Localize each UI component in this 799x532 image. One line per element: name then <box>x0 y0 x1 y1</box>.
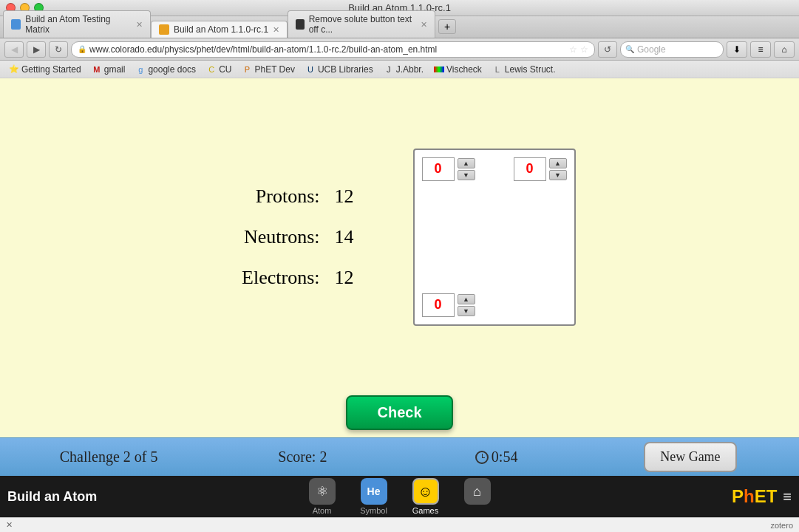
new-game-button[interactable]: New Game <box>644 442 736 472</box>
symbol-nav-icon: He <box>361 478 387 505</box>
status-bar: Challenge 2 of 5 Score: 2 0:54 New Game <box>0 437 799 476</box>
score-label: Score: 2 <box>278 449 327 466</box>
refresh-button[interactable]: ↻ <box>49 41 68 58</box>
home-nav-icon: ⌂ <box>464 478 491 505</box>
tab-favicon-1 <box>11 19 21 30</box>
bookmark-lewis-struct[interactable]: L Lewis Struct. <box>488 63 560 76</box>
bookmark-label-0: Getting Started <box>21 64 81 75</box>
phet-logo: PhET ≡ <box>596 486 792 507</box>
timer-label: 0:54 <box>492 449 518 466</box>
spinner-panel: ▲ ▼ ▲ ▼ ▲ ▼ <box>413 149 576 326</box>
search-bar[interactable]: 🔍 Google <box>620 41 724 58</box>
tab-favicon-3 <box>296 19 305 30</box>
check-button[interactable]: Check <box>346 395 452 430</box>
tab-label-1: Build an Atom Testing Matrix <box>25 14 132 35</box>
menu-icon[interactable]: ≡ <box>783 488 792 505</box>
symbol-nav-label: Symbol <box>360 506 387 515</box>
extensions-button[interactable]: ≡ <box>750 41 771 58</box>
check-container: Check <box>0 395 799 437</box>
nav-home[interactable]: ⌂ <box>455 478 500 515</box>
spinner-bottom-left: ▲ ▼ <box>422 293 475 317</box>
score-segment: Score: 2 <box>205 449 399 466</box>
spinner-up-top-left[interactable]: ▲ <box>458 158 475 168</box>
spinner-top-right: ▲ ▼ <box>514 157 567 181</box>
bookmark-ucb[interactable]: U UCB Libraries <box>301 63 378 76</box>
tab-close-1[interactable]: ✕ <box>136 20 143 30</box>
games-nav-icon: ☺ <box>412 478 439 505</box>
close-icon-small: ✕ <box>6 520 13 530</box>
search-placeholder: Google <box>637 44 666 55</box>
bookmark-jabbr[interactable]: J J.Abbr. <box>379 63 428 76</box>
reload-button[interactable]: ↺ <box>598 41 617 58</box>
back-button[interactable]: ◀ <box>4 41 24 58</box>
spinner-top-row: ▲ ▼ ▲ ▼ <box>422 157 567 181</box>
cu-icon: C <box>206 64 217 75</box>
spinner-down-top-left[interactable]: ▼ <box>458 170 475 180</box>
tab-close-2[interactable]: ✕ <box>273 25 279 35</box>
spinner-input-top-right[interactable] <box>514 157 546 181</box>
games-nav-label: Games <box>412 506 438 515</box>
tab-close-3[interactable]: ✕ <box>421 20 427 30</box>
downloads-button[interactable]: ⬇ <box>727 41 747 58</box>
nav-atom[interactable]: ⚛ Atom <box>300 478 344 515</box>
new-tab-button[interactable]: + <box>438 19 456 34</box>
tab-label-2: Build an Atom 1.1.0-rc.1 <box>174 24 268 35</box>
star-icon-2[interactable]: ☆ <box>580 44 588 55</box>
tab-remove-solute[interactable]: Remove solute button text off c... ✕ <box>288 10 435 38</box>
forward-button[interactable]: ▶ <box>27 41 46 58</box>
tab-testing-matrix[interactable]: Build an Atom Testing Matrix ✕ <box>3 10 151 38</box>
atom-info: Protons: 12 Neutrons: 14 Electrons: 12 <box>224 185 354 289</box>
bottom-icons: ⚛ Atom He Symbol ☺ Games ⌂ <box>203 478 596 515</box>
lock-icon: 🔒 <box>78 45 86 53</box>
nav-symbol[interactable]: He Symbol <box>352 478 396 515</box>
protons-value: 12 <box>335 185 354 208</box>
bookmark-label-8: Lewis Struct. <box>505 64 556 75</box>
spinner-buttons-top-right: ▲ ▼ <box>549 158 567 180</box>
bookmark-gmail[interactable]: M gmail <box>87 63 130 76</box>
nav-bar: ◀ ▶ ↻ 🔒 www.colorado.edu/physics/phet/de… <box>0 38 799 61</box>
address-actions: ☆ ☆ <box>569 44 588 55</box>
star-icon[interactable]: ☆ <box>569 44 577 55</box>
challenge-segment: Challenge 2 of 5 <box>12 449 205 466</box>
zotero-label: zotero <box>770 521 793 530</box>
home-button[interactable]: ⌂ <box>774 41 795 58</box>
spinner-down-bottom[interactable]: ▼ <box>458 306 475 316</box>
bookmark-label-1: gmail <box>104 64 126 75</box>
spinner-up-top-right[interactable]: ▲ <box>549 158 567 168</box>
tab-build-atom[interactable]: Build an Atom 1.1.0-rc.1 ✕ <box>151 21 288 38</box>
neutrons-label: Neutrons: <box>224 226 320 248</box>
spinner-up-bottom[interactable]: ▲ <box>458 294 475 304</box>
lewis-icon: L <box>492 64 503 75</box>
neutrons-value: 14 <box>335 226 354 248</box>
spinner-input-top-left[interactable] <box>422 157 455 181</box>
vischeck-icon <box>434 66 444 72</box>
google-docs-icon: g <box>135 64 146 75</box>
bookmark-cu[interactable]: C CU <box>202 63 236 76</box>
bookmark-google-docs[interactable]: g google docs <box>131 63 200 76</box>
app-title: Build an Atom <box>7 489 203 505</box>
electrons-row: Electrons: 12 <box>224 267 354 289</box>
bookmark-getting-started[interactable]: ⭐ Getting Started <box>4 63 86 76</box>
atom-nav-icon: ⚛ <box>309 478 336 505</box>
protons-row: Protons: 12 <box>224 185 354 208</box>
spinner-top-left: ▲ ▼ <box>422 157 475 181</box>
neutrons-row: Neutrons: 14 <box>224 226 354 248</box>
challenge-label: Challenge 2 of 5 <box>60 449 158 466</box>
atom-nav-label: Atom <box>313 506 332 515</box>
url-text: www.colorado.edu/physics/phet/dev/html/b… <box>89 44 437 55</box>
electrons-value: 12 <box>335 267 354 289</box>
spinner-bottom-row: ▲ ▼ <box>422 293 567 317</box>
bookmark-vischeck[interactable]: Vischeck <box>429 63 486 76</box>
clock-icon <box>475 451 489 464</box>
star-bookmark-icon: ⭐ <box>9 64 19 75</box>
spinner-input-bottom[interactable] <box>422 293 455 317</box>
tab-bar: Build an Atom Testing Matrix ✕ Build an … <box>0 16 799 38</box>
bookmark-phet-dev[interactable]: P PhET Dev <box>237 63 299 76</box>
spinner-down-top-right[interactable]: ▼ <box>549 170 567 180</box>
bookmarks-bar: ⭐ Getting Started M gmail g google docs … <box>0 61 799 78</box>
nav-games[interactable]: ☺ Games <box>404 478 448 515</box>
bookmark-label-7: Vischeck <box>446 64 482 75</box>
phet-dev-icon: P <box>242 64 252 75</box>
address-bar[interactable]: 🔒 www.colorado.edu/physics/phet/dev/html… <box>71 41 595 58</box>
tab-label-3: Remove solute button text off c... <box>309 14 416 35</box>
